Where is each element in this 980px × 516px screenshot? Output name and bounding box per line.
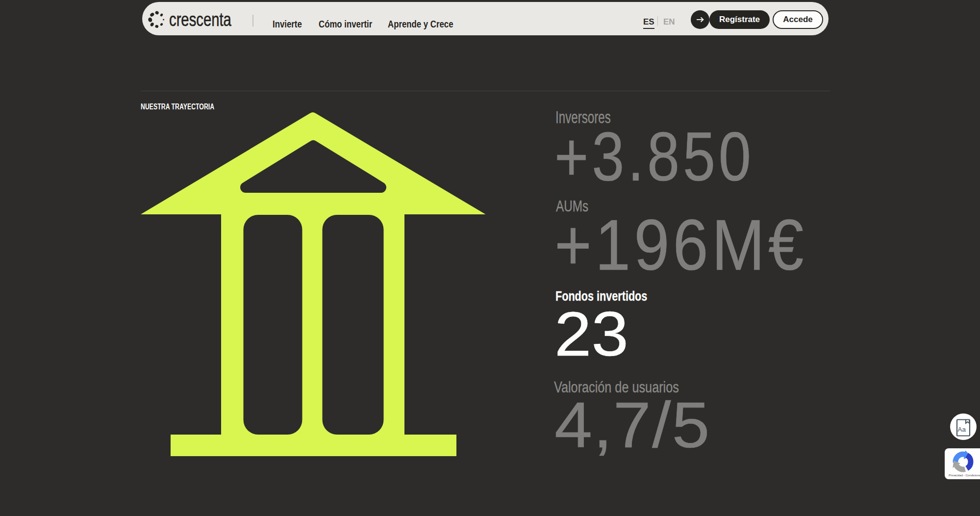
svg-text:Aa: Aa xyxy=(958,426,966,433)
svg-text:Privacidad - Condiciones: Privacidad - Condiciones xyxy=(949,473,980,477)
